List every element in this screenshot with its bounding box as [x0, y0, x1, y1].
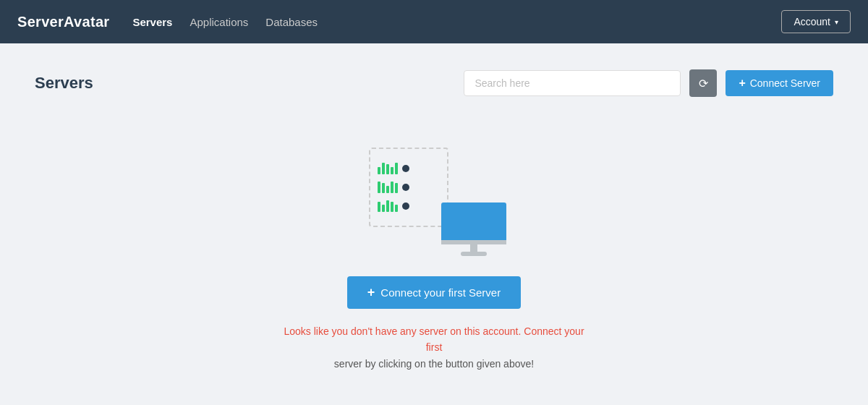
- bar: [395, 163, 398, 174]
- bar: [391, 182, 393, 193]
- navbar: ServerAvatar Servers Applications Databa…: [0, 0, 868, 43]
- navbar-left: ServerAvatar Servers Applications Databa…: [17, 14, 318, 30]
- servers-header: Servers ⟳ + Connect Server: [35, 69, 833, 97]
- nav-link-databases[interactable]: Databases: [265, 16, 318, 28]
- empty-state: + Connect your first Server Looks like y…: [35, 126, 833, 372]
- account-arrow-icon: ▾: [835, 18, 838, 26]
- server-dot: [402, 165, 409, 172]
- empty-message: Looks like you don't have any server on …: [275, 323, 593, 372]
- account-label: Account: [793, 16, 830, 27]
- empty-message-line1: Looks like you don't have any server on …: [275, 323, 593, 356]
- bar: [382, 183, 385, 193]
- nav-link-servers[interactable]: Servers: [132, 16, 172, 28]
- server-bars-1: [378, 163, 398, 174]
- bar: [391, 202, 393, 212]
- server-bars-3: [378, 200, 398, 212]
- nav-link-applications[interactable]: Applications: [190, 16, 248, 28]
- monitor-neck: [470, 244, 477, 252]
- bar: [382, 205, 385, 212]
- server-row-2: [378, 182, 440, 193]
- monitor: [441, 202, 506, 256]
- bar: [386, 200, 389, 212]
- server-row-3: [378, 200, 440, 212]
- nav-links: Servers Applications Databases: [132, 16, 318, 28]
- server-rack: [369, 148, 448, 227]
- server-illustration: [362, 140, 506, 256]
- server-bars-2: [378, 182, 398, 193]
- bar: [395, 183, 398, 193]
- connect-server-label: Connect Server: [750, 77, 820, 89]
- connect-first-server-button[interactable]: + Connect your first Server: [347, 276, 521, 309]
- server-row-1: [378, 163, 440, 174]
- connect-plus-icon: +: [739, 77, 745, 90]
- header-right: ⟳ + Connect Server: [464, 69, 833, 97]
- refresh-icon: ⟳: [699, 77, 708, 90]
- bar: [378, 182, 380, 193]
- bar: [382, 163, 385, 174]
- main-content: Servers ⟳ + Connect Server: [0, 43, 868, 398]
- bar: [395, 205, 398, 212]
- server-dot: [402, 202, 409, 210]
- server-dot: [402, 184, 409, 191]
- page-title: Servers: [35, 74, 93, 93]
- refresh-button[interactable]: ⟳: [689, 69, 717, 97]
- account-button[interactable]: Account ▾: [781, 10, 851, 33]
- monitor-base: [461, 252, 487, 256]
- brand-logo: ServerAvatar: [17, 14, 109, 30]
- bar: [386, 186, 389, 193]
- bar: [386, 164, 389, 174]
- connect-first-plus-icon: +: [367, 285, 375, 300]
- monitor-screen: [441, 202, 506, 240]
- search-input[interactable]: [464, 70, 681, 96]
- bar: [378, 167, 380, 174]
- empty-message-line2: server by clicking on the button given a…: [275, 356, 593, 372]
- bar: [378, 202, 380, 212]
- connect-first-label: Connect your first Server: [380, 286, 501, 299]
- bar: [391, 167, 393, 174]
- connect-server-button[interactable]: + Connect Server: [726, 70, 833, 96]
